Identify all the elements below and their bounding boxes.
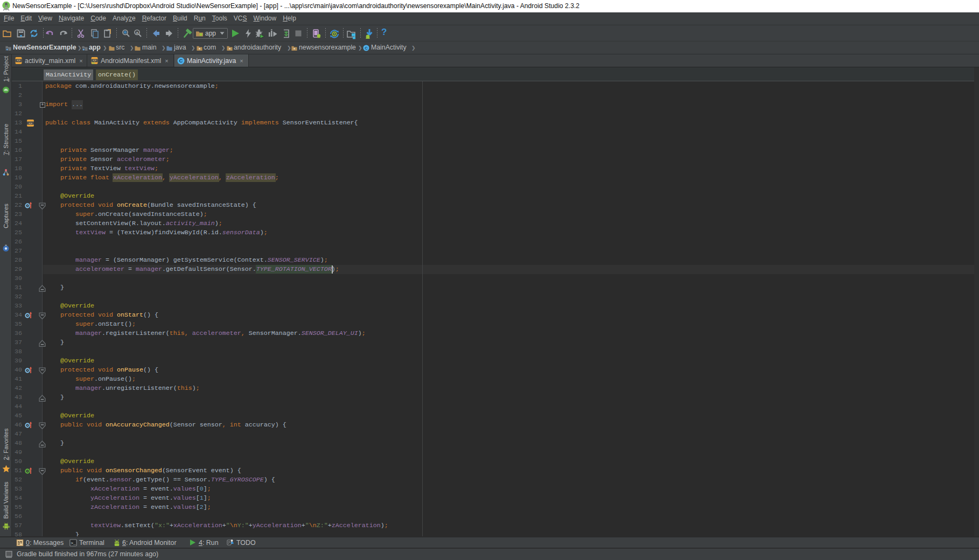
svg-text:C: C [365, 46, 368, 51]
svg-text:C: C [179, 58, 183, 64]
svg-text:<>: <> [29, 122, 33, 125]
svg-text:>_: >_ [71, 541, 76, 545]
svg-text:<>: <> [17, 59, 20, 62]
svg-text:a: a [136, 30, 138, 35]
